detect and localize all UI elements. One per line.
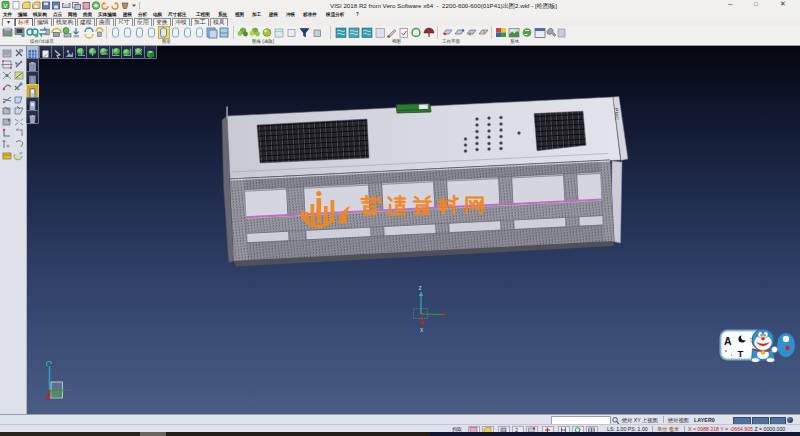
- svg-text:PMC: PMC: [614, 108, 621, 121]
- svg-text:A: A: [724, 335, 732, 347]
- svg-text:x: x: [420, 326, 424, 333]
- svg-text:z: z: [419, 284, 422, 291]
- svg-text:T: T: [738, 348, 744, 359]
